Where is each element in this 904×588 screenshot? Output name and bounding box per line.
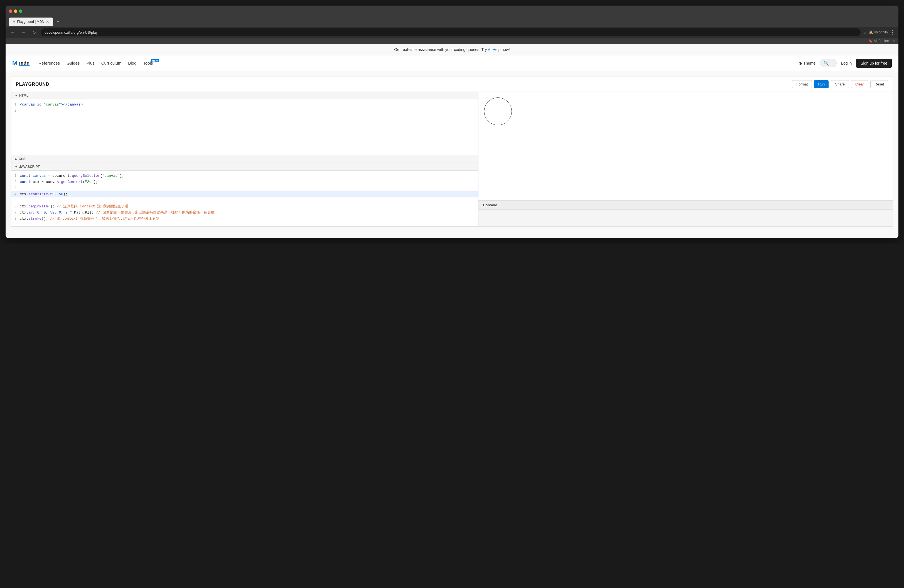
bookmark-icon: 🔖 (868, 39, 872, 43)
playground-header: PLAYGROUND Format Run Share Clear Reset (11, 77, 893, 92)
nav-plus[interactable]: Plus (87, 61, 95, 65)
signup-button[interactable]: Sign up for free (856, 59, 892, 68)
js-section: ▼ JAVASCRIPT 1 const canvas = document.q… (11, 163, 478, 226)
css-section-header[interactable]: ▶ CSS (11, 155, 478, 163)
bookmarks-label: All Bookmarks (874, 39, 895, 43)
banner-text-after: now! (501, 47, 510, 52)
js-section-label: JAVASCRIPT (19, 165, 40, 169)
code-line: 2 (11, 108, 478, 114)
page-content: Get real-time assistance with your codin… (6, 44, 898, 238)
tab-close-button[interactable]: ✕ (46, 19, 49, 24)
clear-button[interactable]: Clear (851, 80, 868, 88)
code-line: 2 const ctx = canvas.getContext("2d"); (11, 179, 478, 185)
close-window-button[interactable] (9, 9, 12, 13)
code-line: 6 ctx.beginPath(); // 這算是跟 context 說 我要開… (11, 204, 478, 210)
maximize-window-button[interactable] (19, 9, 22, 13)
tab-title: Playground | MDN (17, 20, 44, 24)
login-button[interactable]: Log in (841, 61, 852, 65)
url-input[interactable] (41, 28, 861, 36)
all-bookmarks-button[interactable]: 🔖 All Bookmarks (868, 39, 895, 43)
code-line: 3 (11, 185, 478, 191)
code-line: 7 ctx.arc(0, 0, 50, 0, 2 * Math.PI); // … (11, 210, 478, 216)
browser-menu-button[interactable]: ⋮ (890, 29, 895, 35)
preview-canvas (479, 92, 893, 201)
theme-label: Theme (803, 61, 816, 65)
code-line: 8 ctx.stroke(); // 跟 context 說我畫完了，幫我上個色… (11, 216, 478, 222)
tab-bar: M Playground | MDN ✕ + (6, 17, 898, 27)
new-tab-button[interactable]: + (54, 19, 62, 25)
console-label: Console (483, 203, 497, 207)
nav-right: ◑ Theme 🔍 Log in Sign up for free (798, 59, 892, 68)
code-line: 5 (11, 198, 478, 204)
code-line: 4 ctx.translate(50, 50); (11, 191, 478, 198)
banner: Get real-time assistance with your codin… (6, 44, 898, 55)
nav-curriculum[interactable]: Curriculum (101, 61, 122, 65)
console-header: Console (479, 201, 893, 210)
theme-button[interactable]: ◑ Theme (798, 61, 816, 65)
console-content (479, 210, 893, 226)
minimize-window-button[interactable] (14, 9, 17, 13)
ai-help-link[interactable]: AI Help (488, 47, 501, 52)
reset-button[interactable]: Reset (870, 80, 888, 88)
mdn-logo-text: mdn (19, 60, 30, 66)
mdn-logo-icon: M (12, 60, 17, 67)
nav-links: References Guides Plus Curriculum Blog T… (38, 61, 153, 65)
html-code-area[interactable]: 1 <canvas id="canvas"></canvas> 2 (11, 100, 478, 155)
title-bar (6, 6, 898, 17)
incognito-icon: 🕵 (869, 30, 873, 34)
browser-tab[interactable]: M Playground | MDN ✕ (9, 17, 53, 26)
js-section-header[interactable]: ▼ JAVASCRIPT (11, 163, 478, 171)
traffic-lights (9, 9, 22, 13)
back-button[interactable]: ← (9, 28, 17, 36)
tab-favicon: M (13, 20, 15, 24)
share-button[interactable]: Share (831, 80, 849, 88)
html-collapse-arrow: ▼ (15, 94, 17, 97)
canvas-circle (484, 98, 512, 125)
nav-references[interactable]: References (38, 61, 60, 65)
preview-panel: Console (479, 92, 893, 226)
star-icon[interactable]: ☆ (863, 30, 867, 35)
css-section-label: CSS (19, 157, 25, 161)
css-section: ▶ CSS (11, 155, 478, 163)
playground-actions: Format Run Share Clear Reset (792, 80, 888, 88)
toolbar-right: ☆ 🕵 Incognito ⋮ (863, 29, 895, 35)
editor-panel: ▼ HTML 1 <canvas id="canvas"></canvas> 2 (11, 92, 479, 226)
incognito-label: Incognito (874, 30, 888, 34)
search-box[interactable]: 🔍 (820, 59, 837, 67)
playground-container: PLAYGROUND Format Run Share Clear Reset … (6, 71, 898, 238)
nav-tools[interactable]: Tools NEW (143, 61, 153, 65)
playground-title: PLAYGROUND (16, 82, 49, 87)
mdn-nav: M mdn References Guides Plus Curriculum … (6, 55, 898, 71)
format-button[interactable]: Format (792, 80, 812, 88)
playground-main: ▼ HTML 1 <canvas id="canvas"></canvas> 2 (11, 92, 893, 227)
js-code-area[interactable]: 1 const canvas = document.querySelector(… (11, 171, 478, 226)
run-button[interactable]: Run (814, 80, 828, 88)
browser-window: M Playground | MDN ✕ + ← → ↻ ☆ 🕵 Incogni… (6, 6, 898, 238)
banner-text: Get real-time assistance with your codin… (394, 47, 488, 52)
incognito-button[interactable]: 🕵 Incognito (869, 30, 888, 34)
html-section-label: HTML (19, 93, 28, 98)
tools-new-badge: NEW (151, 59, 159, 62)
code-line: 1 const canvas = document.querySelector(… (11, 173, 478, 179)
refresh-button[interactable]: ↻ (30, 28, 38, 36)
css-collapse-arrow: ▶ (15, 158, 17, 161)
code-line: 1 <canvas id="canvas"></canvas> (11, 102, 478, 108)
js-collapse-arrow: ▼ (15, 165, 17, 168)
console-panel: Console (479, 201, 893, 226)
bookmarks-bar: 🔖 All Bookmarks (6, 38, 898, 44)
nav-blog[interactable]: Blog (128, 61, 136, 65)
search-icon: 🔍 (823, 60, 829, 66)
forward-button[interactable]: → (19, 28, 27, 36)
mdn-logo[interactable]: M mdn (12, 60, 30, 67)
address-bar: ← → ↻ ☆ 🕵 Incognito ⋮ (6, 27, 898, 38)
html-section-header[interactable]: ▼ HTML (11, 92, 478, 100)
nav-guides[interactable]: Guides (66, 61, 80, 65)
theme-icon: ◑ (798, 61, 802, 65)
